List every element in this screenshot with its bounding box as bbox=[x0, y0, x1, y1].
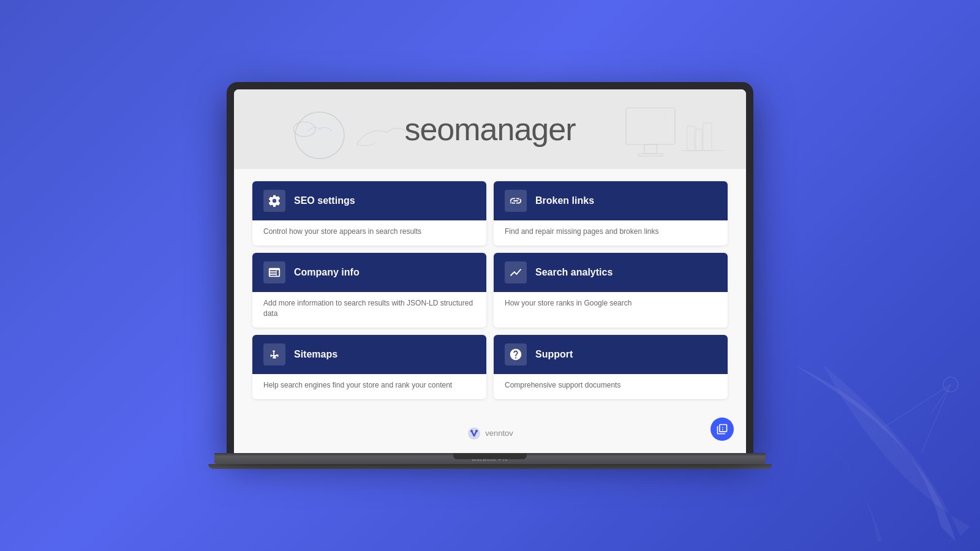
menu-card-sitemaps-header: Sitemaps bbox=[252, 335, 486, 374]
svg-line-3 bbox=[931, 384, 951, 414]
menu-grid: SEO settings Control how your store appe… bbox=[252, 181, 728, 399]
menu-card-seo-settings[interactable]: SEO settings Control how your store appe… bbox=[252, 181, 486, 246]
svg-line-2 bbox=[882, 384, 951, 429]
svg-rect-8 bbox=[644, 144, 657, 154]
seo-settings-title: SEO settings bbox=[294, 195, 355, 206]
menu-card-company-info-header: Company info bbox=[252, 253, 486, 292]
svg-point-16 bbox=[475, 430, 478, 432]
menu-card-broken-links[interactable]: Broken links Find and repair missing pag… bbox=[494, 181, 728, 246]
svg-rect-11 bbox=[696, 129, 702, 151]
menu-card-support[interactable]: Support Comprehensive support documents bbox=[494, 335, 728, 399]
laptop-notch bbox=[453, 453, 527, 459]
laptop-container: seomanager SEO settings Control how yo bbox=[214, 82, 766, 468]
company-info-title: Company info bbox=[294, 267, 360, 278]
laptop-screen: seomanager SEO settings Control how yo bbox=[234, 89, 746, 452]
svg-point-14 bbox=[468, 427, 480, 440]
seo-settings-desc: Control how your store appears in search… bbox=[252, 220, 486, 246]
menu-card-search-analytics-header: Search analytics bbox=[494, 253, 728, 292]
background-leaf-decoration bbox=[784, 355, 980, 551]
sitemap-icon bbox=[263, 343, 285, 365]
help-button[interactable] bbox=[710, 418, 734, 441]
svg-rect-7 bbox=[626, 108, 675, 144]
venntov-logo-icon bbox=[467, 426, 481, 441]
sitemaps-desc: Help search engines find your store and … bbox=[252, 374, 486, 399]
menu-card-seo-settings-header: SEO settings bbox=[252, 181, 486, 220]
svg-point-5 bbox=[296, 113, 343, 157]
laptop-screen-bezel: seomanager SEO settings Control how yo bbox=[227, 82, 753, 452]
venntov-text: venntov bbox=[485, 429, 513, 438]
support-desc: Comprehensive support documents bbox=[494, 374, 728, 399]
menu-card-sitemaps[interactable]: Sitemaps Help search engines find your s… bbox=[252, 335, 486, 399]
svg-rect-9 bbox=[638, 154, 663, 156]
sitemaps-title: Sitemaps bbox=[294, 349, 337, 360]
support-title: Support bbox=[535, 349, 573, 360]
laptop-base: MacBook Pro bbox=[214, 453, 766, 464]
company-info-desc: Add more information to search results w… bbox=[252, 292, 486, 328]
screen-footer: venntov bbox=[234, 418, 746, 453]
search-analytics-desc: How your store ranks in Google search bbox=[494, 292, 728, 317]
screen-header: seomanager bbox=[234, 89, 746, 169]
venntov-logo: venntov bbox=[467, 426, 513, 441]
menu-card-support-header: Support bbox=[494, 335, 728, 374]
menu-card-company-info[interactable]: Company info Add more information to sea… bbox=[252, 253, 486, 328]
gear-icon bbox=[263, 190, 285, 212]
help-icon bbox=[716, 423, 728, 435]
app-title-text: seomanager bbox=[404, 111, 575, 147]
svg-rect-12 bbox=[703, 123, 712, 151]
company-icon bbox=[263, 261, 285, 283]
search-analytics-title: Search analytics bbox=[535, 267, 612, 278]
broken-links-desc: Find and repair missing pages and broken… bbox=[494, 220, 728, 246]
svg-line-1 bbox=[921, 384, 951, 453]
analytics-icon bbox=[505, 261, 527, 283]
broken-link-icon bbox=[505, 190, 527, 212]
svg-rect-10 bbox=[687, 126, 695, 151]
screen-content: SEO settings Control how your store appe… bbox=[234, 169, 746, 417]
app-title: seomanager bbox=[404, 111, 575, 148]
broken-links-title: Broken links bbox=[535, 195, 594, 206]
support-icon bbox=[505, 343, 527, 365]
laptop-feet bbox=[208, 464, 772, 469]
svg-point-15 bbox=[470, 430, 473, 432]
menu-card-broken-links-header: Broken links bbox=[494, 181, 728, 220]
menu-card-search-analytics[interactable]: Search analytics How your store ranks in… bbox=[494, 253, 728, 328]
